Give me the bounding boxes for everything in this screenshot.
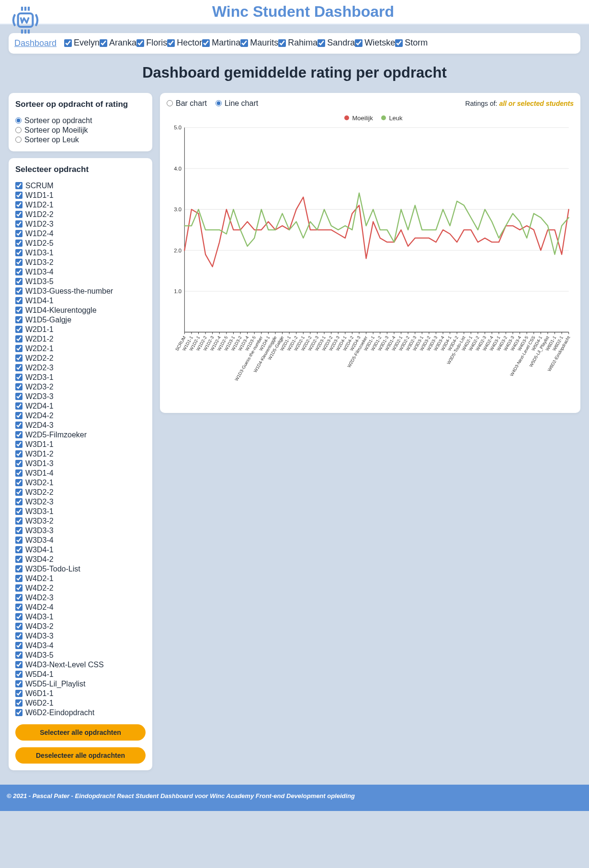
assign-row[interactable]: W4D3-2: [15, 622, 146, 631]
assign-row[interactable]: W1D5-Galgje: [15, 315, 146, 325]
assign-row[interactable]: W4D2-4: [15, 603, 146, 612]
assign-checkbox[interactable]: [15, 489, 23, 496]
assign-row[interactable]: W4D3-5: [15, 651, 146, 660]
assign-row[interactable]: W3D3-2: [15, 516, 146, 526]
nav-student-maurits[interactable]: Maurits: [240, 38, 278, 48]
assign-row[interactable]: W4D2-3: [15, 593, 146, 603]
assign-row[interactable]: W3D5-Todo-List: [15, 564, 146, 574]
assign-checkbox[interactable]: [15, 584, 23, 592]
assign-checkbox[interactable]: [15, 316, 23, 323]
student-checkbox[interactable]: [202, 39, 210, 47]
chart-type-option[interactable]: Line chart: [215, 99, 258, 108]
assign-row[interactable]: W4D2-2: [15, 583, 146, 593]
assign-checkbox[interactable]: [15, 671, 23, 678]
assign-checkbox[interactable]: [15, 220, 23, 228]
nav-student-rahima[interactable]: Rahima: [278, 38, 317, 48]
student-checkbox[interactable]: [240, 39, 248, 47]
assign-checkbox[interactable]: [15, 632, 23, 640]
assign-checkbox[interactable]: [15, 642, 23, 649]
assign-row[interactable]: W3D3-1: [15, 507, 146, 516]
assign-checkbox[interactable]: [15, 517, 23, 525]
assign-row[interactable]: W3D2-2: [15, 488, 146, 497]
assign-checkbox[interactable]: [15, 565, 23, 572]
nav-student-martina[interactable]: Martina: [202, 38, 240, 48]
assign-checkbox[interactable]: [15, 546, 23, 553]
student-checkbox[interactable]: [355, 39, 362, 47]
assign-checkbox[interactable]: [15, 441, 23, 448]
sort-radio[interactable]: [15, 117, 22, 124]
assign-row[interactable]: W3D3-4: [15, 536, 146, 545]
assign-checkbox[interactable]: [15, 307, 23, 314]
assign-checkbox[interactable]: [15, 680, 23, 687]
assign-checkbox[interactable]: [15, 508, 23, 515]
assign-checkbox[interactable]: [15, 268, 23, 275]
assign-checkbox[interactable]: [15, 297, 23, 304]
assign-row[interactable]: W2D1-1: [15, 325, 146, 334]
assign-row[interactable]: W4D3-1: [15, 612, 146, 622]
student-checkbox[interactable]: [64, 39, 72, 47]
assign-checkbox[interactable]: [15, 287, 23, 295]
assign-checkbox[interactable]: [15, 354, 23, 362]
nav-student-floris[interactable]: Floris: [136, 38, 167, 48]
assign-checkbox[interactable]: [15, 335, 23, 343]
assign-checkbox[interactable]: [15, 402, 23, 410]
assign-checkbox[interactable]: [15, 412, 23, 419]
assign-checkbox[interactable]: [15, 364, 23, 371]
assign-checkbox[interactable]: [15, 374, 23, 381]
assign-checkbox[interactable]: [15, 249, 23, 256]
assign-row[interactable]: W3D4-1: [15, 545, 146, 555]
student-checkbox[interactable]: [167, 39, 175, 47]
assign-checkbox[interactable]: [15, 661, 23, 668]
assign-row[interactable]: W1D3-Guess-the-number: [15, 286, 146, 296]
assign-row[interactable]: W2D3-2: [15, 382, 146, 392]
assign-row[interactable]: W6D1-1: [15, 689, 146, 698]
assign-row[interactable]: W5D4-1: [15, 670, 146, 679]
assign-row[interactable]: W2D4-2: [15, 411, 146, 421]
assign-row[interactable]: W1D2-2: [15, 210, 146, 219]
assign-row[interactable]: W1D2-4: [15, 229, 146, 239]
sort-radio[interactable]: [15, 137, 22, 143]
assign-checkbox[interactable]: [15, 498, 23, 505]
assign-checkbox[interactable]: [15, 594, 23, 601]
assign-checkbox[interactable]: [15, 326, 23, 333]
assign-checkbox[interactable]: [15, 651, 23, 659]
assign-row[interactable]: W1D3-2: [15, 258, 146, 267]
student-checkbox[interactable]: [317, 39, 325, 47]
assign-checkbox[interactable]: [15, 278, 23, 285]
chart-type-option[interactable]: Bar chart: [167, 99, 207, 108]
assign-checkbox[interactable]: [15, 527, 23, 534]
assign-row[interactable]: W2D1-2: [15, 334, 146, 344]
select-all-button[interactable]: Selecteer alle opdrachten: [15, 724, 146, 741]
sort-radio[interactable]: [15, 127, 22, 133]
assign-row[interactable]: W1D2-3: [15, 219, 146, 229]
assign-checkbox[interactable]: [15, 192, 23, 199]
assign-row[interactable]: W2D2-2: [15, 354, 146, 363]
nav-student-sandra[interactable]: Sandra: [317, 38, 355, 48]
nav-student-aranka[interactable]: Aranka: [100, 38, 136, 48]
assign-row[interactable]: W1D3-4: [15, 267, 146, 277]
assign-checkbox[interactable]: [15, 431, 23, 438]
assign-row[interactable]: W4D3-3: [15, 631, 146, 641]
assign-checkbox[interactable]: [15, 479, 23, 486]
assign-row[interactable]: W1D4-Kleurentoggle: [15, 306, 146, 315]
nav-student-storm[interactable]: Storm: [395, 38, 428, 48]
chart-type-radio[interactable]: [167, 100, 173, 106]
assign-checkbox[interactable]: [15, 393, 23, 400]
assign-row[interactable]: W4D3-Next-Level CSS: [15, 660, 146, 670]
assign-row[interactable]: W6D2-1: [15, 698, 146, 708]
assign-checkbox[interactable]: [15, 556, 23, 563]
assign-checkbox[interactable]: [15, 699, 23, 707]
assign-row[interactable]: W4D2-1: [15, 574, 146, 583]
assign-row[interactable]: W3D4-2: [15, 555, 146, 564]
assign-checkbox[interactable]: [15, 383, 23, 390]
assign-row[interactable]: W2D2-1: [15, 344, 146, 354]
assign-checkbox[interactable]: [15, 422, 23, 429]
assign-checkbox[interactable]: [15, 240, 23, 247]
assign-checkbox[interactable]: [15, 469, 23, 477]
sort-option[interactable]: Sorteer op Leuk: [15, 135, 146, 145]
assign-row[interactable]: SCRUM: [15, 181, 146, 191]
nav-link-dashboard[interactable]: Dashboard: [14, 38, 57, 48]
assign-row[interactable]: W2D5-Filmzoeker: [15, 430, 146, 440]
assign-row[interactable]: W5D5-Lil_Playlist: [15, 679, 146, 689]
assign-row[interactable]: W1D3-5: [15, 277, 146, 286]
